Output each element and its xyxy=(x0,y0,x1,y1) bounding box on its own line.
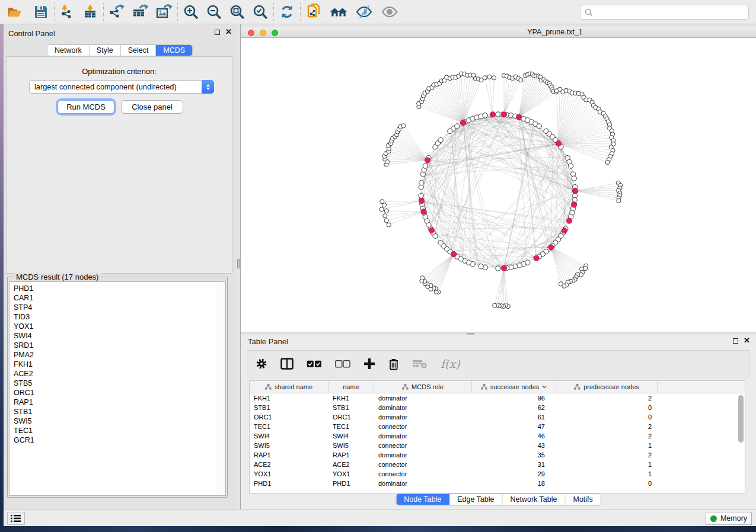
splitter-grip[interactable] xyxy=(237,259,240,268)
mcds-hub-node[interactable] xyxy=(451,252,457,257)
mcds-result-item[interactable]: SWI4 xyxy=(9,331,217,341)
open-recent-session-icon[interactable] xyxy=(330,3,347,21)
mcds-hub-node[interactable] xyxy=(567,218,572,223)
mcds-result-item[interactable]: SWI5 xyxy=(9,416,217,426)
show-column-icon[interactable] xyxy=(280,358,294,370)
export-table-icon[interactable] xyxy=(132,3,149,21)
mcds-result-item[interactable]: PHD1 xyxy=(9,284,217,293)
table-scrollbar[interactable] xyxy=(737,394,744,493)
close-panel-button[interactable]: Close panel xyxy=(121,100,183,114)
float-panel-icon[interactable] xyxy=(733,338,738,344)
table-row[interactable]: PHD1PHD1dominator180 xyxy=(250,479,745,488)
mcds-result-scrollbar[interactable] xyxy=(218,282,225,495)
window-zoom-icon[interactable] xyxy=(272,30,278,36)
table-scrollbar-thumb[interactable] xyxy=(738,395,744,443)
mcds-hub-node[interactable] xyxy=(460,120,465,126)
show-graphics-details-icon[interactable] xyxy=(381,3,398,21)
mcds-hub-node[interactable] xyxy=(534,255,539,261)
table-row[interactable]: ORC1ORC1dominator610 xyxy=(250,412,745,422)
mcds-hub-node[interactable] xyxy=(556,141,561,146)
tab-edge-table[interactable]: Edge Table xyxy=(449,494,502,505)
mcds-result-item[interactable]: SRD1 xyxy=(9,341,217,350)
float-panel-icon[interactable] xyxy=(215,30,220,35)
import-network-icon[interactable] xyxy=(59,3,76,21)
memory-button[interactable]: Memory xyxy=(706,512,752,525)
optimization-criterion-select[interactable]: largest connected component (undirected) xyxy=(29,80,214,94)
mcds-result-item[interactable]: FKH1 xyxy=(9,360,217,369)
export-network-icon[interactable] xyxy=(108,3,126,21)
table-row[interactable]: STB1STB1dominator620 xyxy=(250,403,745,412)
add-icon[interactable] xyxy=(363,358,375,370)
vertical-splitter[interactable] xyxy=(237,24,241,509)
mcds-hub-node[interactable] xyxy=(421,209,426,214)
mcds-hub-node[interactable] xyxy=(425,158,430,163)
mcds-result-item[interactable]: ORC1 xyxy=(9,388,217,398)
mcds-hub-node[interactable] xyxy=(572,188,578,193)
mcds-hub-node[interactable] xyxy=(562,228,567,233)
delete-icon[interactable] xyxy=(388,358,399,370)
zoom-selected-icon[interactable] xyxy=(251,3,269,21)
mcds-result-item[interactable]: TID3 xyxy=(9,312,217,322)
window-minimize-icon[interactable] xyxy=(260,30,266,36)
mcds-result-item[interactable]: ACE2 xyxy=(9,369,217,379)
mcds-hub-node[interactable] xyxy=(516,114,521,120)
mcds-result-item[interactable]: GCR1 xyxy=(9,435,217,445)
column-header-shared-name[interactable]: shared name xyxy=(250,381,328,393)
mcds-result-item[interactable]: CAR1 xyxy=(9,293,217,303)
mcds-result-item[interactable]: PMA2 xyxy=(9,350,217,360)
mcds-hub-node[interactable] xyxy=(419,198,424,204)
mcds-result-item[interactable]: YOX1 xyxy=(9,322,217,331)
mcds-result-item[interactable]: STP4 xyxy=(9,303,217,312)
tab-network-table[interactable]: Network Table xyxy=(503,494,566,505)
zoom-fit-icon[interactable] xyxy=(228,3,246,21)
table-row[interactable]: SWI5SWI5connector431 xyxy=(250,441,745,450)
tab-select[interactable]: Select xyxy=(121,45,157,56)
window-close-icon[interactable] xyxy=(248,30,254,36)
select-all-icon[interactable] xyxy=(307,360,322,368)
zoom-in-icon[interactable] xyxy=(182,3,200,21)
mcds-result-listbox[interactable]: PHD1CAR1STP4TID3YOX1SWI4SRD1PMA2FKH1ACE2… xyxy=(9,281,226,496)
column-header-MCDS-role[interactable]: MCDS role xyxy=(374,381,472,393)
deselect-all-icon[interactable] xyxy=(335,360,350,368)
reapply-layout-icon[interactable] xyxy=(278,3,296,21)
tab-mcds[interactable]: MCDS xyxy=(156,45,192,56)
mcds-hub-node[interactable] xyxy=(490,112,495,117)
import-table-icon[interactable] xyxy=(81,3,99,21)
mcds-result-item[interactable]: STB1 xyxy=(9,407,217,416)
function-builder-icon[interactable]: f(x) xyxy=(441,357,460,370)
hide-graphics-details-icon[interactable] xyxy=(355,3,373,21)
tab-style[interactable]: Style xyxy=(90,45,121,56)
mcds-result-item[interactable]: RAP1 xyxy=(9,398,217,407)
mcds-hub-node[interactable] xyxy=(429,227,434,233)
export-image-icon[interactable] xyxy=(155,3,173,21)
close-panel-icon[interactable]: ✕ xyxy=(744,338,750,344)
column-header-predecessor-nodes[interactable]: predecessor nodes xyxy=(556,381,658,393)
search-field[interactable] xyxy=(580,5,749,20)
column-header-successor-nodes[interactable]: successor nodes xyxy=(472,381,556,393)
mcds-result-item[interactable]: STB5 xyxy=(9,379,217,388)
run-mcds-button[interactable]: Run MCDS xyxy=(58,100,114,114)
tab-motifs[interactable]: Motifs xyxy=(565,494,600,505)
mcds-hub-node[interactable] xyxy=(501,112,506,117)
table-row[interactable]: TEC1TEC1connector472 xyxy=(250,422,745,431)
mcds-hub-node[interactable] xyxy=(571,202,576,207)
network-window-titlebar[interactable]: YPA_prune.txt_1 xyxy=(241,27,756,38)
table-row[interactable]: RAP1RAP1dominator352 xyxy=(250,450,745,460)
task-history-button[interactable] xyxy=(7,512,25,525)
column-header-name[interactable]: name xyxy=(328,381,374,393)
tab-network[interactable]: Network xyxy=(47,45,90,56)
table-row[interactable]: FKH1FKH1dominator962 xyxy=(250,393,745,403)
zoom-out-icon[interactable] xyxy=(205,3,223,21)
table-settings-gear-icon[interactable] xyxy=(256,358,267,370)
table-row[interactable]: SWI4SWI4dominator462 xyxy=(250,431,745,441)
tab-node-table[interactable]: Node Table xyxy=(396,494,449,505)
clone-network-icon[interactable] xyxy=(305,3,323,21)
mcds-result-item[interactable]: TEC1 xyxy=(9,426,217,435)
search-input[interactable] xyxy=(593,7,748,18)
mcds-hub-node[interactable] xyxy=(548,245,554,250)
open-session-icon[interactable] xyxy=(6,3,24,21)
table-row[interactable]: YOX1YOX1connector291 xyxy=(250,469,745,479)
network-canvas[interactable] xyxy=(241,38,756,332)
mcds-hub-node[interactable] xyxy=(501,265,506,271)
table-row[interactable]: ACE2ACE2connector311 xyxy=(250,460,745,469)
